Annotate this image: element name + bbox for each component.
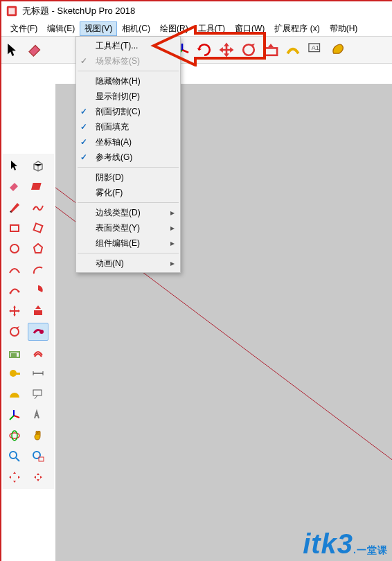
- select-tool-icon[interactable]: [4, 41, 22, 59]
- paint-tool-icon[interactable]: [328, 41, 346, 59]
- protractor-icon[interactable]: [4, 385, 25, 403]
- followme-icon[interactable]: [28, 323, 48, 341]
- text-icon[interactable]: [28, 385, 48, 403]
- check-icon: ✓: [80, 107, 87, 116]
- box-icon[interactable]: [28, 157, 48, 175]
- rectangle-icon[interactable]: [4, 219, 25, 237]
- menu-item-label: 显示剖切(P): [96, 91, 140, 103]
- zoom-extents-icon[interactable]: [4, 468, 25, 486]
- eraser-tool-icon[interactable]: [26, 41, 44, 59]
- svg-point-14: [18, 291, 20, 293]
- menu-item-hidden-geometry[interactable]: 隐藏物体(H): [76, 73, 180, 89]
- menu-edit[interactable]: 编辑(E): [42, 21, 80, 36]
- svg-rect-21: [16, 373, 20, 375]
- svg-rect-8: [31, 183, 42, 190]
- submenu-arrow-icon: ▸: [170, 223, 175, 233]
- svg-point-17: [39, 330, 44, 334]
- rotated-rect-icon[interactable]: [28, 219, 48, 237]
- offset2-icon[interactable]: [28, 344, 48, 362]
- window-title: 无标题 - SketchUp Pro 2018: [22, 5, 135, 17]
- svg-rect-9: [10, 225, 19, 231]
- menu-item-label: 边线类型(D): [96, 207, 141, 219]
- menu-item-label: 阴影(D): [96, 172, 124, 184]
- menu-item-section-cuts[interactable]: ✓剖面切割(C): [76, 104, 180, 119]
- menu-item-edge-style[interactable]: 边线类型(D)▸: [76, 205, 180, 220]
- submenu-arrow-icon: ▸: [170, 238, 175, 248]
- menu-separator: [78, 167, 179, 168]
- menu-item-shadows[interactable]: 阴影(D): [76, 170, 180, 185]
- menu-item-label: 隐藏物体(H): [96, 75, 141, 87]
- arc2-icon[interactable]: [28, 260, 48, 278]
- axes-icon[interactable]: [4, 406, 25, 424]
- menu-extensions[interactable]: 扩展程序 (x): [269, 21, 324, 36]
- select-icon[interactable]: [4, 157, 25, 175]
- 3dtext-icon[interactable]: [28, 406, 48, 424]
- eraser-icon[interactable]: [4, 177, 25, 195]
- menu-item-label: 坐标轴(A): [96, 136, 132, 148]
- menu-item-guides[interactable]: ✓参考线(G): [76, 150, 180, 165]
- pan-icon[interactable]: [28, 427, 48, 445]
- check-icon: ✓: [80, 137, 87, 147]
- svg-point-24: [12, 431, 17, 440]
- svg-marker-12: [34, 244, 42, 253]
- pie-icon[interactable]: [28, 281, 48, 299]
- zoom-extents2-icon[interactable]: [28, 468, 48, 486]
- menu-file[interactable]: 文件(F): [6, 21, 42, 36]
- svg-text:A1: A1: [312, 44, 319, 51]
- move-icon[interactable]: [4, 302, 25, 320]
- svg-point-23: [10, 433, 19, 438]
- circle-icon[interactable]: [4, 240, 25, 258]
- menu-view[interactable]: 视图(V): [80, 21, 117, 36]
- menu-item-label: 参考线(G): [96, 152, 132, 163]
- svg-point-20: [10, 370, 17, 377]
- menu-item-label: 表面类型(Y): [96, 222, 140, 234]
- orbit-icon[interactable]: [4, 427, 25, 445]
- menu-separator: [78, 202, 179, 203]
- svg-rect-10: [34, 224, 43, 233]
- menu-item-label: 剖面切割(C): [96, 106, 141, 118]
- scale-icon[interactable]: [4, 344, 25, 362]
- menu-item-component-edit[interactable]: 组件编辑(E)▸: [76, 235, 180, 251]
- menu-item-fog[interactable]: 雾化(F): [76, 185, 180, 200]
- svg-rect-1: [9, 8, 15, 15]
- rotate-icon[interactable]: [4, 323, 25, 341]
- menu-item-face-style[interactable]: 表面类型(Y)▸: [76, 220, 180, 235]
- arc3-icon[interactable]: [4, 281, 25, 299]
- text-tool-icon[interactable]: A1: [306, 41, 324, 59]
- svg-point-11: [10, 244, 19, 253]
- zoom-window-icon[interactable]: [28, 447, 48, 465]
- pencil-icon[interactable]: [4, 198, 25, 216]
- submenu-arrow-icon: ▸: [170, 258, 175, 268]
- watermark: itk3.一堂课: [303, 528, 388, 560]
- freehand-icon[interactable]: [28, 198, 48, 216]
- zoom-icon[interactable]: [4, 447, 25, 465]
- tape-icon[interactable]: [4, 364, 25, 382]
- menu-item-label: 雾化(F): [96, 187, 123, 199]
- arc-icon[interactable]: [4, 260, 25, 278]
- annotation-arrow: [147, 25, 271, 66]
- menu-item-animation[interactable]: 动画(N)▸: [76, 256, 180, 271]
- pushpull-icon[interactable]: [28, 302, 48, 320]
- watermark-sub: .一堂课: [353, 544, 388, 555]
- svg-rect-22: [33, 390, 42, 395]
- check-icon: ✓: [80, 56, 87, 66]
- menu-help[interactable]: 帮助(H): [325, 21, 363, 36]
- menu-item-section-planes[interactable]: 显示剖切(P): [76, 89, 180, 104]
- check-icon: ✓: [80, 152, 87, 162]
- menu-item-section-fill[interactable]: ✓剖面填充: [76, 119, 180, 134]
- menu-item-label: 剖面填充: [96, 121, 129, 133]
- material-icon[interactable]: [28, 177, 48, 195]
- offset-tool-icon[interactable]: [284, 41, 302, 59]
- menu-separator: [78, 253, 179, 253]
- titlebar: 无标题 - SketchUp Pro 2018: [1, 1, 392, 21]
- menu-item-label: 场景标签(S): [96, 55, 140, 67]
- watermark-main: itk3: [303, 528, 353, 559]
- menu-item-axes[interactable]: ✓坐标轴(A): [76, 134, 180, 150]
- check-icon: ✓: [80, 122, 87, 132]
- svg-rect-19: [11, 353, 17, 357]
- view-menu-dropdown: 工具栏(T)... ✓场景标签(S) 隐藏物体(H) 显示剖切(P) ✓剖面切割…: [75, 36, 181, 273]
- dimension-icon[interactable]: [28, 364, 48, 382]
- menu-item-label: 动画(N): [96, 258, 124, 269]
- polygon-icon[interactable]: [28, 240, 48, 258]
- menu-item-label: 工具栏(T)...: [96, 40, 138, 52]
